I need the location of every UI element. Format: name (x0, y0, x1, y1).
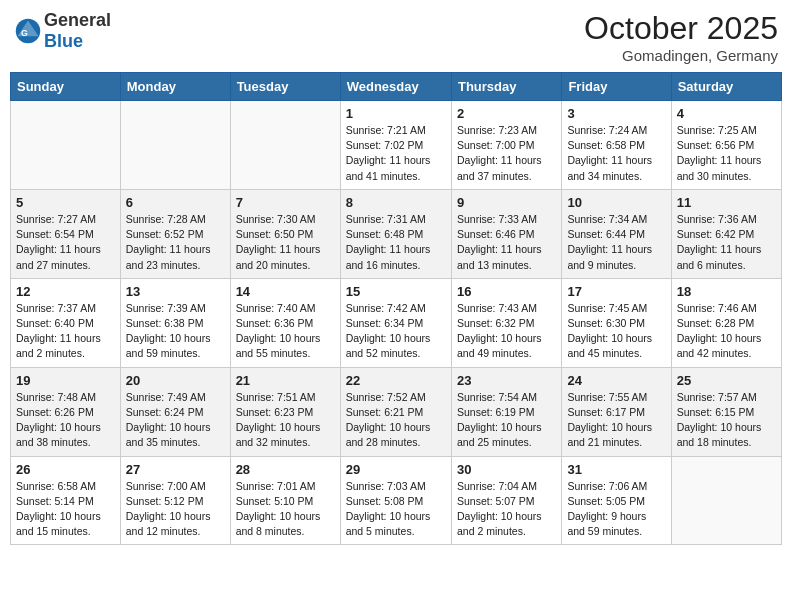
weekday-header-row: SundayMondayTuesdayWednesdayThursdayFrid… (11, 73, 782, 101)
calendar-day-cell: 18Sunrise: 7:46 AM Sunset: 6:28 PM Dayli… (671, 278, 781, 367)
calendar-day-cell: 24Sunrise: 7:55 AM Sunset: 6:17 PM Dayli… (562, 367, 671, 456)
weekday-header-cell: Sunday (11, 73, 121, 101)
day-number: 1 (346, 106, 446, 121)
day-number: 29 (346, 462, 446, 477)
calendar-day-cell: 12Sunrise: 7:37 AM Sunset: 6:40 PM Dayli… (11, 278, 121, 367)
day-info: Sunrise: 7:52 AM Sunset: 6:21 PM Dayligh… (346, 390, 446, 451)
day-number: 5 (16, 195, 115, 210)
day-number: 25 (677, 373, 776, 388)
day-info: Sunrise: 7:54 AM Sunset: 6:19 PM Dayligh… (457, 390, 556, 451)
day-number: 16 (457, 284, 556, 299)
calendar-day-cell: 11Sunrise: 7:36 AM Sunset: 6:42 PM Dayli… (671, 189, 781, 278)
day-info: Sunrise: 7:36 AM Sunset: 6:42 PM Dayligh… (677, 212, 776, 273)
calendar-day-cell: 10Sunrise: 7:34 AM Sunset: 6:44 PM Dayli… (562, 189, 671, 278)
day-number: 31 (567, 462, 665, 477)
weekday-header-cell: Saturday (671, 73, 781, 101)
calendar-day-cell: 21Sunrise: 7:51 AM Sunset: 6:23 PM Dayli… (230, 367, 340, 456)
day-number: 6 (126, 195, 225, 210)
calendar-day-cell: 22Sunrise: 7:52 AM Sunset: 6:21 PM Dayli… (340, 367, 451, 456)
day-number: 3 (567, 106, 665, 121)
day-info: Sunrise: 7:45 AM Sunset: 6:30 PM Dayligh… (567, 301, 665, 362)
calendar-day-cell (671, 456, 781, 545)
calendar-day-cell: 6Sunrise: 7:28 AM Sunset: 6:52 PM Daylig… (120, 189, 230, 278)
day-number: 27 (126, 462, 225, 477)
day-number: 7 (236, 195, 335, 210)
logo: G General Blue (14, 10, 111, 52)
calendar-day-cell: 28Sunrise: 7:01 AM Sunset: 5:10 PM Dayli… (230, 456, 340, 545)
calendar-body: 1Sunrise: 7:21 AM Sunset: 7:02 PM Daylig… (11, 101, 782, 545)
day-number: 14 (236, 284, 335, 299)
day-number: 20 (126, 373, 225, 388)
day-info: Sunrise: 7:23 AM Sunset: 7:00 PM Dayligh… (457, 123, 556, 184)
calendar-week-row: 5Sunrise: 7:27 AM Sunset: 6:54 PM Daylig… (11, 189, 782, 278)
calendar-day-cell: 20Sunrise: 7:49 AM Sunset: 6:24 PM Dayli… (120, 367, 230, 456)
day-number: 24 (567, 373, 665, 388)
calendar-week-row: 19Sunrise: 7:48 AM Sunset: 6:26 PM Dayli… (11, 367, 782, 456)
day-info: Sunrise: 7:57 AM Sunset: 6:15 PM Dayligh… (677, 390, 776, 451)
calendar-week-row: 12Sunrise: 7:37 AM Sunset: 6:40 PM Dayli… (11, 278, 782, 367)
weekday-header-cell: Wednesday (340, 73, 451, 101)
day-info: Sunrise: 7:30 AM Sunset: 6:50 PM Dayligh… (236, 212, 335, 273)
day-number: 28 (236, 462, 335, 477)
day-info: Sunrise: 7:28 AM Sunset: 6:52 PM Dayligh… (126, 212, 225, 273)
day-info: Sunrise: 7:49 AM Sunset: 6:24 PM Dayligh… (126, 390, 225, 451)
day-number: 11 (677, 195, 776, 210)
day-info: Sunrise: 7:37 AM Sunset: 6:40 PM Dayligh… (16, 301, 115, 362)
calendar-day-cell: 17Sunrise: 7:45 AM Sunset: 6:30 PM Dayli… (562, 278, 671, 367)
calendar-day-cell: 1Sunrise: 7:21 AM Sunset: 7:02 PM Daylig… (340, 101, 451, 190)
day-info: Sunrise: 7:34 AM Sunset: 6:44 PM Dayligh… (567, 212, 665, 273)
day-info: Sunrise: 7:51 AM Sunset: 6:23 PM Dayligh… (236, 390, 335, 451)
day-info: Sunrise: 7:01 AM Sunset: 5:10 PM Dayligh… (236, 479, 335, 540)
day-number: 17 (567, 284, 665, 299)
day-number: 22 (346, 373, 446, 388)
day-info: Sunrise: 7:06 AM Sunset: 5:05 PM Dayligh… (567, 479, 665, 540)
day-info: Sunrise: 7:55 AM Sunset: 6:17 PM Dayligh… (567, 390, 665, 451)
day-info: Sunrise: 7:43 AM Sunset: 6:32 PM Dayligh… (457, 301, 556, 362)
day-number: 21 (236, 373, 335, 388)
day-number: 13 (126, 284, 225, 299)
calendar-day-cell: 15Sunrise: 7:42 AM Sunset: 6:34 PM Dayli… (340, 278, 451, 367)
day-info: Sunrise: 7:24 AM Sunset: 6:58 PM Dayligh… (567, 123, 665, 184)
calendar-day-cell: 27Sunrise: 7:00 AM Sunset: 5:12 PM Dayli… (120, 456, 230, 545)
day-info: Sunrise: 7:27 AM Sunset: 6:54 PM Dayligh… (16, 212, 115, 273)
calendar-day-cell (11, 101, 121, 190)
weekday-header-cell: Thursday (451, 73, 561, 101)
calendar-day-cell: 31Sunrise: 7:06 AM Sunset: 5:05 PM Dayli… (562, 456, 671, 545)
day-number: 15 (346, 284, 446, 299)
day-info: Sunrise: 7:46 AM Sunset: 6:28 PM Dayligh… (677, 301, 776, 362)
day-info: Sunrise: 7:25 AM Sunset: 6:56 PM Dayligh… (677, 123, 776, 184)
calendar-day-cell: 8Sunrise: 7:31 AM Sunset: 6:48 PM Daylig… (340, 189, 451, 278)
day-number: 2 (457, 106, 556, 121)
calendar-week-row: 26Sunrise: 6:58 AM Sunset: 5:14 PM Dayli… (11, 456, 782, 545)
day-number: 4 (677, 106, 776, 121)
day-info: Sunrise: 7:03 AM Sunset: 5:08 PM Dayligh… (346, 479, 446, 540)
calendar-day-cell: 13Sunrise: 7:39 AM Sunset: 6:38 PM Dayli… (120, 278, 230, 367)
location-subtitle: Gomadingen, Germany (584, 47, 778, 64)
svg-text:G: G (21, 28, 28, 38)
calendar-day-cell: 26Sunrise: 6:58 AM Sunset: 5:14 PM Dayli… (11, 456, 121, 545)
calendar-day-cell: 23Sunrise: 7:54 AM Sunset: 6:19 PM Dayli… (451, 367, 561, 456)
day-info: Sunrise: 7:39 AM Sunset: 6:38 PM Dayligh… (126, 301, 225, 362)
calendar-day-cell: 3Sunrise: 7:24 AM Sunset: 6:58 PM Daylig… (562, 101, 671, 190)
calendar-day-cell: 29Sunrise: 7:03 AM Sunset: 5:08 PM Dayli… (340, 456, 451, 545)
day-number: 18 (677, 284, 776, 299)
calendar-week-row: 1Sunrise: 7:21 AM Sunset: 7:02 PM Daylig… (11, 101, 782, 190)
logo-icon: G (14, 17, 42, 45)
month-title: October 2025 (584, 10, 778, 47)
day-info: Sunrise: 7:42 AM Sunset: 6:34 PM Dayligh… (346, 301, 446, 362)
day-number: 10 (567, 195, 665, 210)
calendar-day-cell: 14Sunrise: 7:40 AM Sunset: 6:36 PM Dayli… (230, 278, 340, 367)
day-number: 9 (457, 195, 556, 210)
day-number: 8 (346, 195, 446, 210)
calendar-day-cell: 4Sunrise: 7:25 AM Sunset: 6:56 PM Daylig… (671, 101, 781, 190)
day-number: 30 (457, 462, 556, 477)
calendar-day-cell: 9Sunrise: 7:33 AM Sunset: 6:46 PM Daylig… (451, 189, 561, 278)
day-info: Sunrise: 6:58 AM Sunset: 5:14 PM Dayligh… (16, 479, 115, 540)
weekday-header-cell: Tuesday (230, 73, 340, 101)
day-info: Sunrise: 7:31 AM Sunset: 6:48 PM Dayligh… (346, 212, 446, 273)
weekday-header-cell: Monday (120, 73, 230, 101)
day-info: Sunrise: 7:21 AM Sunset: 7:02 PM Dayligh… (346, 123, 446, 184)
calendar-day-cell: 2Sunrise: 7:23 AM Sunset: 7:00 PM Daylig… (451, 101, 561, 190)
calendar-day-cell: 25Sunrise: 7:57 AM Sunset: 6:15 PM Dayli… (671, 367, 781, 456)
day-info: Sunrise: 7:40 AM Sunset: 6:36 PM Dayligh… (236, 301, 335, 362)
